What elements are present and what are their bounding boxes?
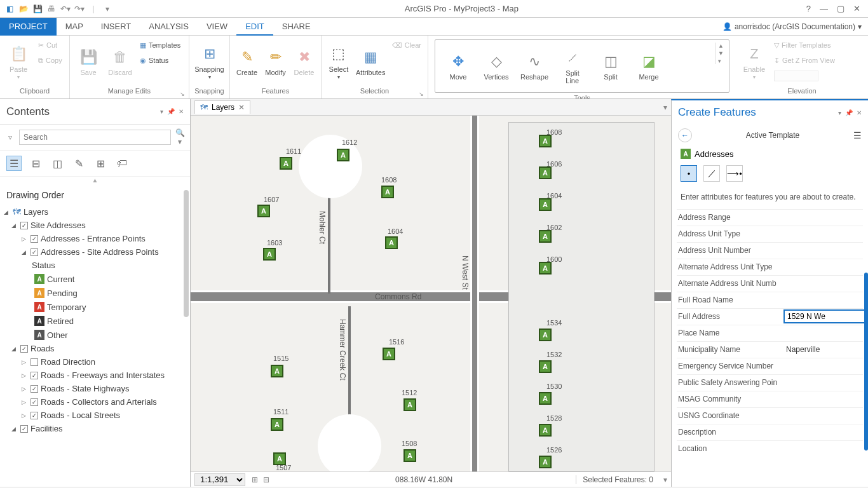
layers-node[interactable]: ◢🗺Layers	[3, 205, 187, 219]
facilities-node[interactable]: ◢✓Facilities	[3, 422, 187, 435]
close-icon[interactable]: ✕	[853, 4, 860, 13]
roads-node[interactable]: ◢✓Roads	[3, 342, 187, 355]
panel-close-icon[interactable]: ✕	[179, 108, 184, 115]
addr-marker[interactable]: A	[271, 365, 283, 377]
user-account[interactable]: 👤 anorrisdoc (ArcGIS Documentation) ▾	[722, 22, 862, 31]
sym-retired[interactable]: ARetired	[3, 314, 187, 328]
redo-icon[interactable]: ↷▾	[74, 3, 85, 15]
vertices-tool[interactable]: ◇Vertices	[478, 43, 514, 90]
sym-temporary[interactable]: ATemporary	[3, 300, 187, 314]
cf-line-tool[interactable]: ／	[703, 165, 720, 182]
collectors-node[interactable]: ▷✓Roads - Collectors and Arterials	[3, 395, 187, 409]
manage-launcher[interactable]: ↘	[180, 91, 185, 97]
attr-row[interactable]: Alternate Address Unit Numb	[677, 275, 863, 292]
addr-marker[interactable]: A	[337, 149, 349, 161]
tab-view[interactable]: VIEW	[198, 18, 236, 36]
attr-value[interactable]: Naperville	[783, 345, 863, 354]
cf-dropdown-icon[interactable]: ▾	[838, 109, 841, 116]
discard-button[interactable]: 🗑Discard	[105, 38, 135, 85]
templates-button[interactable]: ▦Templates	[137, 38, 183, 52]
addr-marker[interactable]: A	[381, 186, 394, 198]
status-btn1[interactable]: ⊞	[249, 475, 261, 484]
list-selection[interactable]: ◫	[50, 156, 65, 171]
site-addresses-node[interactable]: ◢✓Site Addresses	[3, 219, 187, 232]
sym-current[interactable]: ACurrent	[3, 272, 187, 286]
attr-input-editing[interactable]	[783, 309, 868, 323]
addr-marker[interactable]: A	[539, 329, 552, 341]
qat-customize[interactable]: ▾	[102, 3, 113, 15]
addr-marker[interactable]: A	[539, 424, 552, 437]
snapping-button[interactable]: ⊞Snapping▾	[193, 38, 226, 85]
attr-row[interactable]: Full Address	[677, 308, 863, 325]
copy-button[interactable]: ⧉Copy	[36, 53, 65, 67]
addr-marker[interactable]: A	[539, 135, 552, 147]
list-source[interactable]: ⊟	[28, 156, 43, 171]
tab-edit[interactable]: EDIT	[236, 18, 273, 36]
search-input[interactable]	[19, 130, 171, 145]
attributes-button[interactable]: ▦Attributes	[355, 38, 387, 85]
list-labeling[interactable]: 🏷	[114, 156, 130, 171]
cf-pin-icon[interactable]: 📌	[845, 109, 853, 116]
sel-launcher[interactable]: ↘	[419, 91, 424, 97]
paste-button[interactable]: 📋Paste▾	[4, 38, 33, 85]
undo-icon[interactable]: ↶▾	[60, 3, 71, 15]
map-tabbar-dropdown[interactable]: ▾	[663, 103, 667, 112]
get-z-button[interactable]: ↧Get Z From View	[771, 53, 837, 67]
cf-close-icon[interactable]: ✕	[857, 109, 862, 116]
split-line-tool[interactable]: ⟋Split Line	[555, 43, 590, 90]
tab-insert[interactable]: INSERT	[92, 18, 140, 36]
status-btn2[interactable]: ⊟	[261, 475, 272, 484]
addr-marker[interactable]: A	[539, 360, 552, 373]
enable-z-button[interactable]: ZEnable▾	[740, 38, 769, 85]
cf-point-tool[interactable]: •	[681, 165, 697, 182]
list-editing[interactable]: ✎	[71, 156, 86, 171]
addr-marker[interactable]: A	[383, 348, 395, 360]
create-button[interactable]: ✎Create	[234, 38, 260, 85]
reshape-tool[interactable]: ∿Reshape	[517, 43, 552, 90]
site-points-node[interactable]: ◢✓Addresses - Site Address Points	[3, 245, 187, 259]
state-hwy-node[interactable]: ▷✓Roads - State Highways	[3, 382, 187, 395]
map-tab-close[interactable]: ✕	[238, 103, 245, 112]
search-icon[interactable]: 🔍▾	[173, 128, 186, 146]
addr-marker[interactable]: A	[263, 248, 276, 261]
project-icon[interactable]: ◧	[4, 3, 15, 15]
select-button[interactable]: ⬚Select▾	[325, 38, 352, 85]
elev-input[interactable]	[771, 69, 837, 83]
back-button[interactable]: ←	[678, 128, 692, 142]
tab-analysis[interactable]: ANALYSIS	[140, 18, 198, 36]
list-snapping[interactable]: ⊞	[93, 156, 108, 171]
attr-row[interactable]: Address Range	[677, 209, 863, 226]
attr-row[interactable]: Location	[677, 440, 863, 457]
save-edits-button[interactable]: 💾Save	[74, 38, 103, 85]
addr-marker[interactable]: A	[385, 236, 398, 249]
cut-button[interactable]: ✂Cut	[36, 38, 65, 52]
minimize-icon[interactable]: —	[820, 4, 828, 13]
sym-pending[interactable]: APending	[3, 286, 187, 300]
addr-marker[interactable]: A	[280, 157, 292, 170]
cf-menu-icon[interactable]: ☰	[853, 130, 862, 140]
tab-map[interactable]: MAP	[57, 18, 92, 36]
freeways-node[interactable]: ▷✓Roads - Freeways and Interstates	[3, 369, 187, 382]
addr-marker[interactable]: A	[403, 449, 416, 462]
attr-row[interactable]: Municipality NameNaperville	[677, 341, 863, 358]
panel-pin-icon[interactable]: 📌	[167, 108, 175, 115]
map-canvas[interactable]: Commons Rd Mohler Ct Hammer Creek Ct N W…	[191, 116, 671, 471]
print-icon[interactable]: 🖶	[46, 3, 57, 15]
maximize-icon[interactable]: ▢	[837, 4, 844, 13]
tools-scroll-up[interactable]: ▲	[718, 43, 724, 49]
attr-row[interactable]: Address Unit Type	[677, 226, 863, 242]
addr-marker[interactable]: A	[539, 392, 552, 405]
help-icon[interactable]: ?	[806, 4, 811, 13]
move-tool[interactable]: ✥Move	[440, 43, 476, 90]
attr-row[interactable]: Alternate Address Unit Type	[677, 259, 863, 275]
tools-scroll-down[interactable]: ▼	[718, 50, 724, 57]
addr-marker[interactable]: A	[403, 398, 416, 411]
modify-button[interactable]: ✏Modify	[262, 38, 288, 85]
addr-marker[interactable]: A	[539, 198, 552, 211]
list-drawing-order[interactable]: ☰	[6, 156, 22, 171]
addr-marker[interactable]: A	[271, 418, 283, 431]
attr-row[interactable]: Emergency Service Number	[677, 358, 863, 374]
addr-marker[interactable]: A	[539, 230, 552, 243]
attr-row[interactable]: USNG Coordinate	[677, 407, 863, 424]
panel-dropdown-icon[interactable]: ▾	[160, 108, 163, 115]
